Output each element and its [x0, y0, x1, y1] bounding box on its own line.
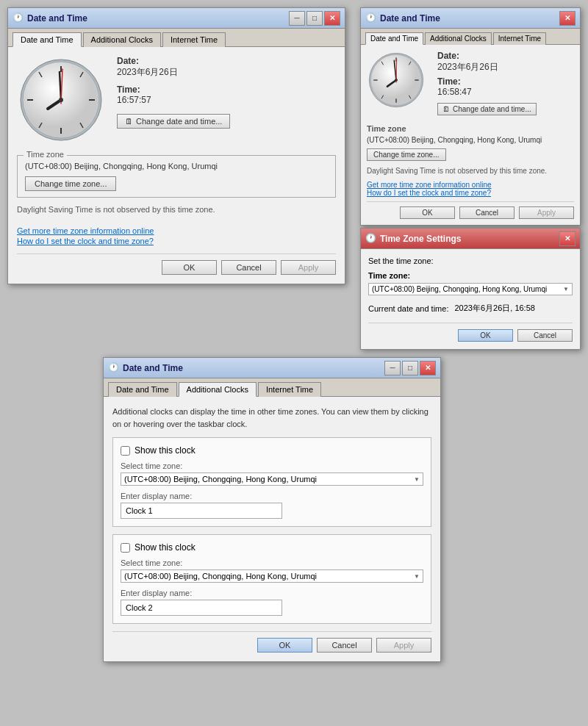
timezone-select-value: (UTC+08:00) Beijing, Chongqing, Hong Kon…: [372, 285, 547, 293]
clock2-name-input[interactable]: [121, 600, 282, 616]
window-content-2: Date: 2023年6月26日 Time: 16:58:47 🗓 Change…: [361, 45, 580, 225]
cancel-button-3[interactable]: Cancel: [517, 329, 573, 342]
tab-additional-clocks-2[interactable]: Additional Clocks: [425, 32, 492, 45]
ok-button-4[interactable]: OK: [257, 638, 312, 653]
timezone-select[interactable]: (UTC+08:00) Beijing, Chongqing, Hong Kon…: [368, 283, 573, 295]
clock-container-main: Date: 2023年6月26日 Time: 16:57:57 🗓 Change…: [17, 56, 336, 146]
timezone-info-link-main[interactable]: Get more time zone information online: [17, 226, 154, 235]
additional-clocks-desc: Additional clocks can display the time i…: [112, 406, 431, 430]
analog-clock-main: [17, 56, 105, 146]
time-value-main: 16:57:57: [117, 95, 336, 105]
close-button-main[interactable]: ✕: [324, 11, 340, 26]
maximize-button-4[interactable]: □: [402, 361, 418, 375]
clock-help-link-2[interactable]: How do I set the clock and time zone?: [367, 189, 574, 197]
date-time-window-main: 🕐 Date and Time ─ □ ✕ Date and Time Addi…: [7, 7, 345, 284]
current-dt-row: Current date and time: 2023年6月26日, 16:58: [368, 303, 573, 314]
apply-button-4[interactable]: Apply: [376, 638, 431, 653]
current-dt-value: 2023年6月26日, 16:58: [454, 303, 534, 314]
bottom-buttons-3: OK Cancel: [368, 323, 573, 342]
title-bar-4[interactable]: 🕐 Date and Time ─ □ ✕: [104, 358, 440, 378]
calendar-icon-main: 🗓: [125, 117, 133, 126]
window-content-3: Set the time zone: Time zone: (UTC+08:00…: [361, 249, 580, 349]
title-bar-main[interactable]: 🕐 Date and Time ─ □ ✕: [8, 8, 345, 29]
time-label-2: Time:: [437, 76, 574, 87]
cancel-button-4[interactable]: Cancel: [317, 638, 372, 653]
change-timezone-button-2[interactable]: Change time zone...: [367, 148, 446, 161]
title-text-3: Time Zone Settings: [380, 234, 559, 244]
clock-icon-2: 🕐: [365, 12, 377, 24]
maximize-button-main[interactable]: □: [306, 11, 323, 26]
clock-help-link-main[interactable]: How do I set the clock and time zone?: [17, 237, 154, 245]
analog-clock-2: [367, 51, 426, 112]
tab-date-time-main[interactable]: Date and Time: [12, 32, 82, 47]
tabs-2: Date and Time Additional Clocks Internet…: [361, 29, 580, 45]
clock2-tz-label: Select time zone:: [121, 558, 423, 567]
title-bar-buttons-4: ─ □ ✕: [384, 361, 436, 375]
close-button-3[interactable]: ✕: [559, 231, 576, 246]
tab-additional-clocks-4[interactable]: Additional Clocks: [179, 382, 257, 397]
close-button-2[interactable]: ✕: [559, 11, 576, 26]
clock1-tz-dropdown[interactable]: (UTC+08:00) Beijing, Chongqing, Hong Kon…: [121, 472, 423, 486]
cancel-button-main[interactable]: Cancel: [221, 260, 276, 275]
dst-text-main: Daylight Saving Time is not observed by …: [17, 205, 336, 214]
clock-info-2: Date: 2023年6月26日 Time: 16:58:47 🗓 Change…: [437, 51, 574, 115]
date-time-window-2: 🕐 Date and Time ✕ Date and Time Addition…: [360, 7, 581, 226]
clock1-tz-label: Select time zone:: [121, 461, 423, 470]
timezone-info-link-2[interactable]: Get more time zone information online: [367, 181, 574, 189]
timezone-value-2: (UTC+08:00) Beijing, Chongqing, Hong Kon…: [367, 136, 574, 144]
tab-additional-clocks-main[interactable]: Additional Clocks: [83, 32, 161, 47]
change-datetime-button-main[interactable]: 🗓 Change date and time...: [117, 114, 230, 129]
tab-internet-time-main[interactable]: Internet Time: [162, 32, 226, 47]
clock2-name-label: Enter display name:: [121, 589, 423, 597]
clock1-name-input[interactable]: [121, 503, 282, 519]
clock1-name-label: Enter display name:: [121, 492, 423, 500]
close-button-4[interactable]: ✕: [420, 361, 436, 375]
clock-icon: 🕐: [12, 12, 24, 24]
clock2-tz-dropdown[interactable]: (UTC+08:00) Beijing, Chongqing, Hong Kon…: [121, 569, 423, 583]
tab-internet-time-2[interactable]: Internet Time: [493, 32, 546, 45]
date-value-main: 2023年6月26日: [117, 66, 336, 79]
tabs-4: Date and Time Additional Clocks Internet…: [104, 378, 440, 397]
tab-date-time-2[interactable]: Date and Time: [365, 32, 423, 45]
clock-info-main: Date: 2023年6月26日 Time: 16:57:57 🗓 Change…: [117, 56, 336, 129]
clock-icon-3: 🕐: [365, 233, 377, 245]
time-label-main: Time:: [117, 85, 336, 95]
change-datetime-label-2: Change date and time...: [453, 105, 531, 113]
ok-button-3[interactable]: OK: [458, 329, 513, 342]
clock1-checkbox[interactable]: [121, 446, 130, 456]
change-datetime-label-main: Change date and time...: [136, 117, 222, 126]
time-value-2: 16:58:47: [437, 87, 574, 97]
bottom-buttons-2: OK Cancel Apply: [367, 201, 574, 219]
current-dt-label: Current date and time:: [368, 304, 448, 313]
change-timezone-button-main[interactable]: Change time zone...: [25, 176, 116, 191]
bottom-buttons-main: OK Cancel Apply: [17, 254, 336, 275]
apply-button-main[interactable]: Apply: [281, 260, 336, 275]
tab-date-time-4[interactable]: Date and Time: [108, 382, 177, 397]
title-bar-2[interactable]: 🕐 Date and Time ✕: [361, 8, 580, 29]
clock-container-2: Date: 2023年6月26日 Time: 16:58:47 🗓 Change…: [367, 51, 574, 115]
title-bar-buttons: ─ □ ✕: [289, 11, 340, 26]
cancel-button-2[interactable]: Cancel: [459, 206, 514, 219]
clock1-checkbox-row: Show this clock: [121, 445, 423, 456]
ok-button-main[interactable]: OK: [162, 260, 217, 275]
minimize-button-main[interactable]: ─: [289, 11, 305, 26]
bottom-buttons-4: OK Cancel Apply: [112, 631, 431, 653]
calendar-icon-2: 🗓: [442, 105, 450, 113]
clock1-show-label: Show this clock: [135, 445, 196, 456]
clock2-checkbox-row: Show this clock: [121, 542, 423, 553]
set-timezone-label: Set the time zone:: [368, 256, 573, 265]
minimize-button-4[interactable]: ─: [384, 361, 401, 375]
additional-clocks-window: 🕐 Date and Time ─ □ ✕ Date and Time Addi…: [103, 357, 441, 662]
title-text-4: Date and Time: [123, 363, 384, 373]
change-datetime-button-2[interactable]: 🗓 Change date and time...: [437, 103, 537, 115]
ok-button-2[interactable]: OK: [400, 206, 455, 219]
date-value-2: 2023年6月26日: [437, 61, 574, 73]
title-bar-3[interactable]: 🕐 Time Zone Settings ✕: [361, 229, 580, 249]
dropdown-arrow-3: ▼: [563, 286, 569, 292]
title-text-2: Date and Time: [380, 13, 559, 24]
tab-internet-time-4[interactable]: Internet Time: [258, 382, 321, 397]
clock2-checkbox[interactable]: [121, 543, 130, 553]
window-content-main: Date: 2023年6月26日 Time: 16:57:57 🗓 Change…: [8, 47, 345, 284]
svg-point-27: [395, 79, 398, 82]
apply-button-2[interactable]: Apply: [519, 206, 574, 219]
